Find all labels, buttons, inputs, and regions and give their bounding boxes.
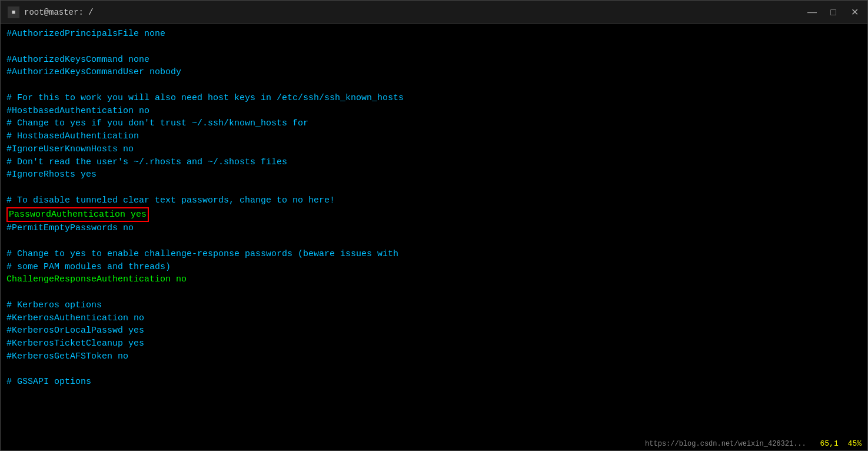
window-title: root@master: / — [24, 8, 806, 17]
terminal-line: ​ — [6, 363, 862, 376]
terminal-line: #AuthorizedKeysCommandUser nobody — [6, 66, 862, 79]
terminal-content: #AuthorizedPrincipalsFile none​#Authoriz… — [1, 24, 867, 450]
highlighted-command: PasswordAuthentication yes — [6, 207, 149, 223]
terminal-icon: ■ — [8, 6, 19, 18]
minimize-button[interactable]: — — [806, 6, 818, 18]
terminal-line: # GSSAPI options — [6, 376, 862, 389]
terminal-line: #KerberosOrLocalPasswd yes — [6, 324, 862, 337]
terminal-line: ​ — [6, 235, 862, 248]
terminal-line: #AuthorizedPrincipalsFile none — [6, 28, 862, 41]
terminal-line: #AuthorizedKeysCommand none — [6, 54, 862, 67]
terminal-line: # some PAM modules and threads) — [6, 261, 862, 274]
terminal-line: ChallengeResponseAuthentication no — [6, 273, 862, 286]
terminal-line: # Change to yes if you don't trust ~/.ss… — [6, 117, 862, 130]
terminal-line: ​ — [6, 181, 862, 194]
terminal-text-area: #AuthorizedPrincipalsFile none​#Authoriz… — [6, 28, 862, 389]
terminal-line: #HostbasedAuthentication no — [6, 105, 862, 118]
status-url: https://blog.csdn.net/weixin_426321... — [645, 440, 806, 448]
terminal-line: # HostbasedAuthentication — [6, 130, 862, 143]
terminal-line: ​ — [6, 286, 862, 299]
maximize-button[interactable]: □ — [827, 6, 839, 18]
terminal-line: #KerberosGetAFSToken no — [6, 350, 862, 363]
terminal-line: # Don't read the user's ~/.rhosts and ~/… — [6, 156, 862, 169]
status-position: 65,1 — [820, 439, 839, 448]
terminal-line: #KerberosAuthentication no — [6, 312, 862, 325]
terminal-line: ​ — [6, 79, 862, 92]
terminal-window: ■ root@master: / — □ ✕ #AuthorizedPrinci… — [0, 0, 868, 451]
terminal-line: # Change to yes to enable challenge-resp… — [6, 248, 862, 261]
title-bar: ■ root@master: / — □ ✕ — [1, 1, 867, 24]
terminal-line: # For this to work you will also need ho… — [6, 92, 862, 105]
terminal-line: # To disable tunneled clear text passwor… — [6, 194, 862, 207]
close-button[interactable]: ✕ — [849, 6, 860, 18]
terminal-line: ​ — [6, 41, 862, 54]
window-controls: — □ ✕ — [806, 6, 860, 18]
terminal-line: #IgnoreRhosts yes — [6, 168, 862, 181]
status-bar: https://blog.csdn.net/weixin_426321... 6… — [645, 439, 862, 448]
status-percent: 45% — [848, 439, 862, 448]
terminal-line: #IgnoreUserKnownHosts no — [6, 143, 862, 156]
terminal-line: #PermitEmptyPasswords no — [6, 222, 862, 235]
terminal-line: # Kerberos options — [6, 299, 862, 312]
terminal-line: PasswordAuthentication yes — [6, 207, 862, 223]
terminal-line: #KerberosTicketCleanup yes — [6, 337, 862, 350]
